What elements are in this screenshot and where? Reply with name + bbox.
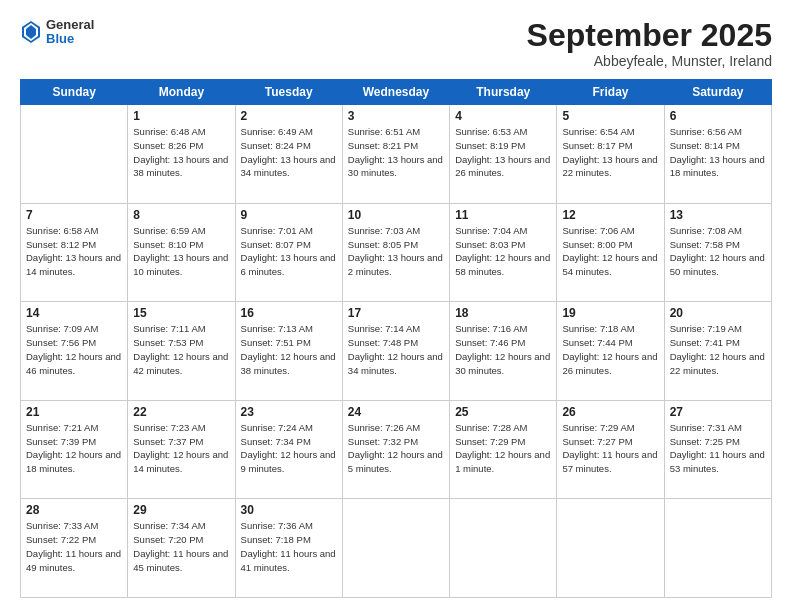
day-number: 4 xyxy=(455,109,551,123)
day-number: 23 xyxy=(241,405,337,419)
title-block: September 2025 Abbeyfeale, Munster, Irel… xyxy=(527,18,772,69)
weekday-header-row: Sunday Monday Tuesday Wednesday Thursday… xyxy=(21,80,772,105)
header-monday: Monday xyxy=(128,80,235,105)
table-row: 6Sunrise: 6:56 AM Sunset: 8:14 PM Daylig… xyxy=(664,105,771,204)
table-row: 25Sunrise: 7:28 AM Sunset: 7:29 PM Dayli… xyxy=(450,400,557,499)
day-info: Sunrise: 7:23 AM Sunset: 7:37 PM Dayligh… xyxy=(133,421,229,476)
table-row: 28Sunrise: 7:33 AM Sunset: 7:22 PM Dayli… xyxy=(21,499,128,598)
table-row: 12Sunrise: 7:06 AM Sunset: 8:00 PM Dayli… xyxy=(557,203,664,302)
day-info: Sunrise: 7:19 AM Sunset: 7:41 PM Dayligh… xyxy=(670,322,766,377)
table-row: 23Sunrise: 7:24 AM Sunset: 7:34 PM Dayli… xyxy=(235,400,342,499)
table-row: 16Sunrise: 7:13 AM Sunset: 7:51 PM Dayli… xyxy=(235,302,342,401)
day-info: Sunrise: 6:59 AM Sunset: 8:10 PM Dayligh… xyxy=(133,224,229,279)
day-info: Sunrise: 7:13 AM Sunset: 7:51 PM Dayligh… xyxy=(241,322,337,377)
table-row: 21Sunrise: 7:21 AM Sunset: 7:39 PM Dayli… xyxy=(21,400,128,499)
table-row: 24Sunrise: 7:26 AM Sunset: 7:32 PM Dayli… xyxy=(342,400,449,499)
day-number: 26 xyxy=(562,405,658,419)
day-number: 24 xyxy=(348,405,444,419)
day-info: Sunrise: 7:26 AM Sunset: 7:32 PM Dayligh… xyxy=(348,421,444,476)
day-number: 8 xyxy=(133,208,229,222)
table-row: 7Sunrise: 6:58 AM Sunset: 8:12 PM Daylig… xyxy=(21,203,128,302)
day-info: Sunrise: 7:33 AM Sunset: 7:22 PM Dayligh… xyxy=(26,519,122,574)
day-info: Sunrise: 7:04 AM Sunset: 8:03 PM Dayligh… xyxy=(455,224,551,279)
table-row: 22Sunrise: 7:23 AM Sunset: 7:37 PM Dayli… xyxy=(128,400,235,499)
day-number: 22 xyxy=(133,405,229,419)
table-row: 2Sunrise: 6:49 AM Sunset: 8:24 PM Daylig… xyxy=(235,105,342,204)
day-info: Sunrise: 7:24 AM Sunset: 7:34 PM Dayligh… xyxy=(241,421,337,476)
day-number: 7 xyxy=(26,208,122,222)
day-number: 3 xyxy=(348,109,444,123)
day-info: Sunrise: 7:03 AM Sunset: 8:05 PM Dayligh… xyxy=(348,224,444,279)
table-row: 29Sunrise: 7:34 AM Sunset: 7:20 PM Dayli… xyxy=(128,499,235,598)
day-info: Sunrise: 7:21 AM Sunset: 7:39 PM Dayligh… xyxy=(26,421,122,476)
table-row xyxy=(664,499,771,598)
table-row xyxy=(450,499,557,598)
header-thursday: Thursday xyxy=(450,80,557,105)
day-info: Sunrise: 7:28 AM Sunset: 7:29 PM Dayligh… xyxy=(455,421,551,476)
table-row: 4Sunrise: 6:53 AM Sunset: 8:19 PM Daylig… xyxy=(450,105,557,204)
day-info: Sunrise: 7:29 AM Sunset: 7:27 PM Dayligh… xyxy=(562,421,658,476)
calendar-table: Sunday Monday Tuesday Wednesday Thursday… xyxy=(20,79,772,598)
table-row: 17Sunrise: 7:14 AM Sunset: 7:48 PM Dayli… xyxy=(342,302,449,401)
day-number: 12 xyxy=(562,208,658,222)
table-row: 5Sunrise: 6:54 AM Sunset: 8:17 PM Daylig… xyxy=(557,105,664,204)
day-info: Sunrise: 6:48 AM Sunset: 8:26 PM Dayligh… xyxy=(133,125,229,180)
day-number: 20 xyxy=(670,306,766,320)
header-friday: Friday xyxy=(557,80,664,105)
logo: General Blue xyxy=(20,18,94,47)
day-info: Sunrise: 6:53 AM Sunset: 8:19 PM Dayligh… xyxy=(455,125,551,180)
table-row: 8Sunrise: 6:59 AM Sunset: 8:10 PM Daylig… xyxy=(128,203,235,302)
table-row: 9Sunrise: 7:01 AM Sunset: 8:07 PM Daylig… xyxy=(235,203,342,302)
day-info: Sunrise: 7:06 AM Sunset: 8:00 PM Dayligh… xyxy=(562,224,658,279)
day-info: Sunrise: 6:51 AM Sunset: 8:21 PM Dayligh… xyxy=(348,125,444,180)
day-info: Sunrise: 6:54 AM Sunset: 8:17 PM Dayligh… xyxy=(562,125,658,180)
table-row: 20Sunrise: 7:19 AM Sunset: 7:41 PM Dayli… xyxy=(664,302,771,401)
day-number: 5 xyxy=(562,109,658,123)
header-wednesday: Wednesday xyxy=(342,80,449,105)
day-info: Sunrise: 6:58 AM Sunset: 8:12 PM Dayligh… xyxy=(26,224,122,279)
day-number: 15 xyxy=(133,306,229,320)
day-number: 19 xyxy=(562,306,658,320)
day-number: 17 xyxy=(348,306,444,320)
day-number: 6 xyxy=(670,109,766,123)
day-info: Sunrise: 7:11 AM Sunset: 7:53 PM Dayligh… xyxy=(133,322,229,377)
day-info: Sunrise: 7:34 AM Sunset: 7:20 PM Dayligh… xyxy=(133,519,229,574)
day-number: 9 xyxy=(241,208,337,222)
day-number: 29 xyxy=(133,503,229,517)
day-info: Sunrise: 7:31 AM Sunset: 7:25 PM Dayligh… xyxy=(670,421,766,476)
day-number: 10 xyxy=(348,208,444,222)
day-number: 25 xyxy=(455,405,551,419)
logo-text: General Blue xyxy=(46,18,94,47)
day-info: Sunrise: 7:36 AM Sunset: 7:18 PM Dayligh… xyxy=(241,519,337,574)
day-info: Sunrise: 7:18 AM Sunset: 7:44 PM Dayligh… xyxy=(562,322,658,377)
day-number: 1 xyxy=(133,109,229,123)
day-number: 18 xyxy=(455,306,551,320)
table-row: 10Sunrise: 7:03 AM Sunset: 8:05 PM Dayli… xyxy=(342,203,449,302)
day-number: 30 xyxy=(241,503,337,517)
day-info: Sunrise: 7:09 AM Sunset: 7:56 PM Dayligh… xyxy=(26,322,122,377)
table-row: 27Sunrise: 7:31 AM Sunset: 7:25 PM Dayli… xyxy=(664,400,771,499)
table-row: 18Sunrise: 7:16 AM Sunset: 7:46 PM Dayli… xyxy=(450,302,557,401)
day-number: 11 xyxy=(455,208,551,222)
table-row: 19Sunrise: 7:18 AM Sunset: 7:44 PM Dayli… xyxy=(557,302,664,401)
day-number: 16 xyxy=(241,306,337,320)
day-number: 28 xyxy=(26,503,122,517)
day-number: 27 xyxy=(670,405,766,419)
table-row: 3Sunrise: 6:51 AM Sunset: 8:21 PM Daylig… xyxy=(342,105,449,204)
day-number: 14 xyxy=(26,306,122,320)
page: General Blue September 2025 Abbeyfeale, … xyxy=(0,0,792,612)
day-info: Sunrise: 6:49 AM Sunset: 8:24 PM Dayligh… xyxy=(241,125,337,180)
table-row: 14Sunrise: 7:09 AM Sunset: 7:56 PM Dayli… xyxy=(21,302,128,401)
header-saturday: Saturday xyxy=(664,80,771,105)
header-tuesday: Tuesday xyxy=(235,80,342,105)
header-sunday: Sunday xyxy=(21,80,128,105)
table-row: 26Sunrise: 7:29 AM Sunset: 7:27 PM Dayli… xyxy=(557,400,664,499)
logo-blue: Blue xyxy=(46,32,94,46)
table-row: 11Sunrise: 7:04 AM Sunset: 8:03 PM Dayli… xyxy=(450,203,557,302)
header: General Blue September 2025 Abbeyfeale, … xyxy=(20,18,772,69)
day-info: Sunrise: 7:14 AM Sunset: 7:48 PM Dayligh… xyxy=(348,322,444,377)
month-title: September 2025 xyxy=(527,18,772,53)
day-info: Sunrise: 7:01 AM Sunset: 8:07 PM Dayligh… xyxy=(241,224,337,279)
day-number: 2 xyxy=(241,109,337,123)
location-subtitle: Abbeyfeale, Munster, Ireland xyxy=(527,53,772,69)
